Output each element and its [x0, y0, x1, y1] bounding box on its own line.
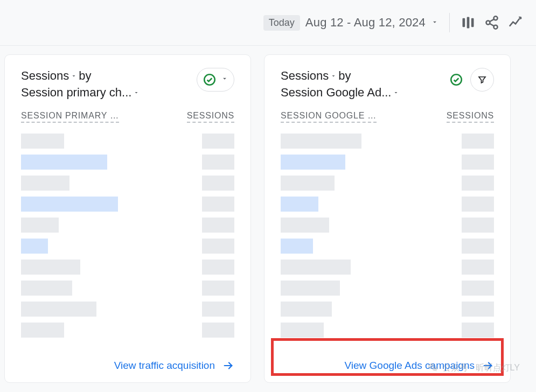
- svg-point-4: [486, 21, 490, 25]
- svg-point-8: [520, 17, 521, 18]
- svg-line-6: [490, 19, 494, 22]
- svg-point-3: [494, 16, 498, 20]
- svg-point-5: [494, 25, 498, 29]
- filter-button[interactable]: [470, 68, 494, 92]
- check-circle-icon: [203, 73, 217, 87]
- metric-name[interactable]: Sessions: [281, 68, 329, 85]
- caret-down-icon: [392, 89, 400, 96]
- caret-down-icon: [330, 72, 337, 80]
- check-circle-icon[interactable]: [447, 70, 466, 89]
- cards-container: Sessions by Session primary ch...: [0, 46, 536, 391]
- card-title: Sessions by Session Google Ad...: [281, 68, 447, 101]
- svg-rect-2: [471, 18, 474, 27]
- top-toolbar: Today Aug 12 - Aug 12, 2024: [0, 0, 536, 46]
- card-title: Sessions by Session primary ch...: [21, 68, 197, 101]
- card-footer: View traffic acquisition: [21, 351, 234, 372]
- card-header: Sessions by Session primary ch...: [21, 68, 234, 101]
- dimension-name[interactable]: Session primary ch...: [21, 85, 131, 101]
- compare-icon[interactable]: [461, 15, 476, 30]
- data-table-blurred: [21, 129, 234, 351]
- today-label: Today: [263, 15, 300, 31]
- metric-name[interactable]: Sessions: [21, 68, 69, 85]
- arrow-right-icon: [222, 360, 234, 372]
- divider: [449, 13, 450, 32]
- caret-down-icon: [221, 75, 228, 85]
- view-traffic-acquisition-link[interactable]: View traffic acquisition: [114, 360, 234, 372]
- footer-link-text: View traffic acquisition: [114, 360, 215, 372]
- card-controls: [447, 68, 494, 92]
- sessions-google-ads-card: Sessions by Session Google Ad...: [264, 54, 511, 383]
- caret-down-icon: [431, 18, 438, 27]
- column-header-metric[interactable]: SESSIONS: [187, 111, 234, 123]
- view-google-ads-campaigns-link[interactable]: View Google Ads campaigns: [344, 360, 494, 372]
- data-table-blurred: [281, 129, 494, 351]
- svg-rect-0: [463, 18, 465, 27]
- column-header-dimension[interactable]: SESSION GOOGLE …: [281, 111, 377, 123]
- by-label: by: [338, 68, 351, 85]
- date-range-picker[interactable]: Today Aug 12 - Aug 12, 2024: [263, 15, 438, 31]
- column-header-metric[interactable]: SESSIONS: [447, 111, 494, 123]
- svg-line-7: [490, 24, 494, 26]
- insights-icon[interactable]: [508, 15, 523, 30]
- caret-down-icon: [70, 72, 78, 80]
- card-header: Sessions by Session Google Ad...: [281, 68, 494, 101]
- filter-icon: [477, 75, 487, 85]
- column-header-dimension[interactable]: SESSION PRIMARY …: [21, 111, 119, 123]
- column-headers: SESSION PRIMARY … SESSIONS: [21, 111, 234, 123]
- by-label: by: [79, 68, 91, 85]
- caret-down-icon: [133, 89, 140, 96]
- card-footer: View Google Ads campaigns: [281, 351, 494, 372]
- svg-rect-1: [467, 17, 470, 29]
- status-dropdown[interactable]: [197, 68, 234, 92]
- card-controls: [197, 68, 234, 92]
- date-range-text: Aug 12 - Aug 12, 2024: [305, 16, 426, 30]
- share-icon[interactable]: [484, 15, 499, 30]
- column-headers: SESSION GOOGLE … SESSIONS: [281, 111, 494, 123]
- dimension-name[interactable]: Session Google Ad...: [281, 85, 391, 101]
- sessions-primary-channel-card: Sessions by Session primary ch...: [4, 54, 251, 383]
- arrow-right-icon: [482, 360, 494, 372]
- footer-link-text: View Google Ads campaigns: [344, 360, 475, 372]
